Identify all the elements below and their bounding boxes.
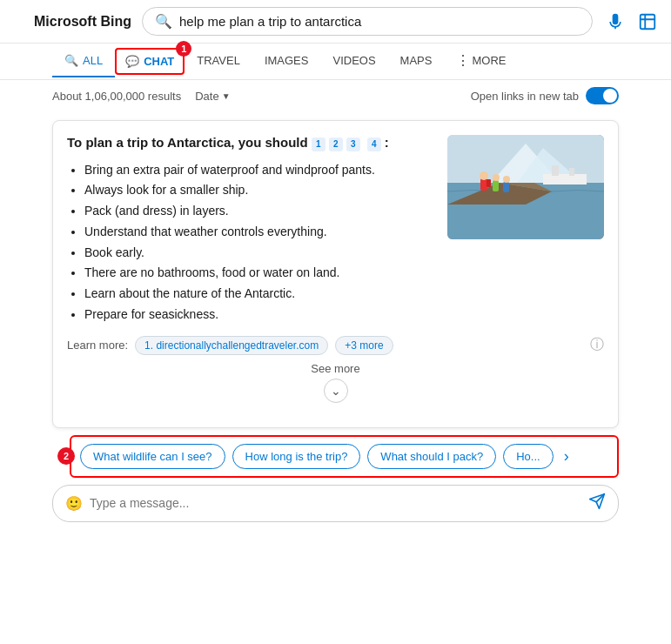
- chip-next-button[interactable]: ›: [560, 447, 573, 466]
- logo-square-green: [20, 12, 29, 21]
- learn-more-link-1[interactable]: 1. directionallychallengedtraveler.com: [135, 336, 328, 355]
- microphone-button[interactable]: [603, 10, 627, 34]
- search-icon: 🔍: [155, 13, 172, 30]
- see-more-text: See more: [67, 362, 604, 375]
- results-count: About 1,06,00,000 results: [52, 90, 181, 103]
- tab-more[interactable]: ⋮ MORE: [444, 44, 518, 79]
- microphone-icon: [607, 13, 624, 30]
- svg-point-14: [493, 174, 500, 181]
- svg-rect-0: [641, 14, 655, 29]
- send-icon-svg: [588, 493, 606, 510]
- logo-text: Microsoft Bing: [34, 14, 131, 30]
- tab-chat[interactable]: 1 💬 CHAT: [115, 48, 185, 75]
- list-item: There are no bathrooms, food or water on…: [84, 263, 433, 284]
- ai-card-title-suffix: :: [385, 135, 389, 150]
- ai-card-inner: To plan a trip to Antarctica, you should…: [67, 135, 604, 325]
- bing-logo-grid: [10, 12, 29, 30]
- tab-images[interactable]: IMAGES: [252, 45, 321, 77]
- list-item: Prepare for seasickness.: [84, 305, 433, 325]
- toggle-knob: [603, 89, 617, 103]
- search-bar[interactable]: 🔍: [142, 7, 593, 36]
- logo-square-red: [10, 12, 19, 21]
- learn-more-label: Learn more:: [67, 339, 128, 352]
- send-button[interactable]: [588, 493, 606, 514]
- ref-badge-4: 4: [367, 138, 381, 151]
- list-item: Always look for a smaller ship.: [84, 180, 433, 201]
- antarctica-scene-svg: [447, 135, 604, 239]
- svg-point-16: [503, 176, 510, 183]
- ai-card: To plan a trip to Antarctica, you should…: [52, 120, 619, 428]
- svg-rect-12: [486, 179, 491, 187]
- tab-videos[interactable]: VIDEOS: [320, 45, 387, 77]
- svg-rect-6: [552, 165, 559, 176]
- tab-travel-label: TRAVEL: [197, 54, 240, 67]
- tab-chat-label: CHAT: [144, 55, 174, 68]
- learn-more-more[interactable]: +3 more: [335, 336, 393, 355]
- visual-search-button[interactable]: [634, 9, 661, 35]
- tab-all-label: ALL: [83, 54, 103, 67]
- tab-all[interactable]: 🔍 ALL: [52, 45, 115, 77]
- list-item: Book early.: [84, 243, 433, 264]
- logo-square-blue: [10, 22, 19, 30]
- tab-travel[interactable]: TRAVEL: [185, 45, 252, 77]
- list-item: Bring an extra pair of waterproof and wi…: [84, 160, 433, 181]
- message-input[interactable]: [90, 496, 581, 510]
- search-input[interactable]: [179, 14, 580, 29]
- suggestion-wrapper: 2 What wildlife can I see? How long is t…: [70, 435, 619, 478]
- chat-tab-icon: 💬: [125, 55, 139, 68]
- date-filter[interactable]: Date ▼: [195, 90, 230, 103]
- svg-rect-5: [543, 174, 587, 184]
- tab-maps[interactable]: MAPS: [388, 45, 445, 77]
- ai-card-text: To plan a trip to Antarctica, you should…: [67, 135, 433, 325]
- emoji-icon: 🙂: [65, 495, 83, 512]
- chip-trip-length[interactable]: How long is the trip?: [232, 444, 361, 469]
- ai-card-title-text: To plan a trip to Antarctica, you should: [67, 135, 308, 150]
- header-icons: [603, 9, 661, 35]
- tab-videos-label: VIDEOS: [332, 54, 375, 67]
- see-more-area[interactable]: See more ⌄: [67, 355, 604, 413]
- svg-rect-7: [569, 168, 574, 176]
- chevron-down-icon: ▼: [222, 91, 231, 101]
- list-item: Pack (and dress) in layers.: [84, 201, 433, 222]
- message-input-area[interactable]: 🙂: [52, 485, 619, 522]
- chip-wildlife[interactable]: What wildlife can I see?: [80, 444, 225, 469]
- learn-more: Learn more: 1. directionallychallengedtr…: [67, 336, 604, 355]
- ai-card-title: To plan a trip to Antarctica, you should…: [67, 135, 433, 151]
- nav-tabs: 🔍 ALL 1 💬 CHAT TRAVEL IMAGES VIDEOS MAPS…: [0, 44, 671, 80]
- chip-pack[interactable]: What should I pack?: [367, 444, 496, 469]
- header: Microsoft Bing 🔍: [0, 0, 671, 44]
- info-icon[interactable]: ⓘ: [590, 336, 604, 354]
- toggle-switch[interactable]: [586, 87, 619, 104]
- svg-point-11: [480, 171, 488, 180]
- tab-more-label: MORE: [472, 54, 506, 67]
- antarctica-image: [447, 135, 604, 239]
- new-tab-toggle[interactable]: Open links in new tab: [471, 87, 619, 104]
- ref-badge-1: 1: [312, 138, 325, 151]
- new-tab-label: Open links in new tab: [471, 90, 579, 103]
- badge-2: 2: [57, 447, 75, 465]
- results-bar: About 1,06,00,000 results Date ▼ Open li…: [0, 80, 671, 111]
- suggestion-chips-area: What wildlife can I see? How long is the…: [70, 435, 619, 478]
- more-dots-icon: ⋮: [456, 52, 469, 69]
- main-content: To plan a trip to Antarctica, you should…: [0, 111, 671, 531]
- svg-rect-15: [503, 182, 509, 192]
- chip-more[interactable]: Ho...: [503, 444, 553, 469]
- svg-rect-13: [493, 180, 499, 191]
- logo-area: Microsoft Bing: [10, 12, 131, 30]
- search-tab-icon: 🔍: [64, 54, 78, 67]
- visual-search-icon: [638, 12, 657, 31]
- chevron-down-button[interactable]: ⌄: [324, 379, 348, 403]
- ai-card-list: Bring an extra pair of waterproof and wi…: [67, 160, 433, 325]
- list-item: Understand that weather controls everyth…: [84, 222, 433, 243]
- svg-rect-10: [480, 178, 487, 191]
- tab-maps-label: MAPS: [400, 54, 433, 67]
- ref-badge-2: 2: [329, 138, 343, 151]
- list-item: Learn about the nature of the Antarctic.: [84, 284, 433, 305]
- logo-square-yellow: [20, 22, 29, 30]
- ref-badge-3: 3: [346, 138, 360, 151]
- tab-images-label: IMAGES: [265, 54, 309, 67]
